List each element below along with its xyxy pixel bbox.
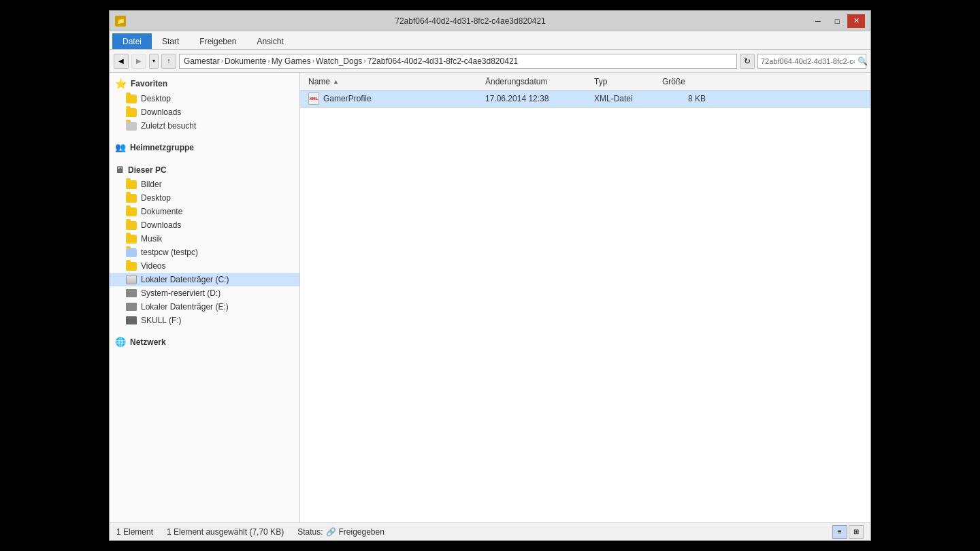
sidebar-item-system-d[interactable]: System-reserviert (D:): [110, 286, 299, 300]
col-header-size[interactable]: Größe: [657, 76, 711, 88]
ribbon-tab-freigeben[interactable]: Freigeben: [189, 33, 246, 49]
sidebar-item-label: Lokaler Datenträger (C:): [141, 275, 229, 284]
sidebar-item-label: Downloads: [141, 107, 181, 117]
drive-icon-f: [126, 316, 137, 324]
nav-up-button[interactable]: ↑: [161, 54, 176, 69]
nav-forward-button[interactable]: ▶: [131, 54, 146, 69]
refresh-button[interactable]: ↻: [740, 54, 755, 69]
addressbar: ◀ ▶ ▾ ↑ Gamestar › Dokumente › My Games …: [110, 50, 870, 73]
sidebar-item-musik[interactable]: Musik: [110, 232, 299, 246]
file-row[interactable]: XML GamerProfile 17.06.2014 12:38 XML-Da…: [300, 90, 870, 107]
maximize-button[interactable]: □: [828, 14, 846, 28]
breadcrumb-arrow-3: ›: [363, 57, 365, 65]
sidebar-item-downloads-fav[interactable]: Downloads: [110, 105, 299, 119]
nav-back-button[interactable]: ◀: [114, 54, 129, 69]
pc-icon: 🖥: [115, 165, 124, 175]
sidebar-item-bilder[interactable]: Bilder: [110, 178, 299, 191]
breadcrumb-item-1[interactable]: Dokumente: [225, 56, 266, 66]
sidebar-item-skull-f[interactable]: SKULL (F:): [110, 314, 299, 327]
ribbon-tab-datei[interactable]: Datei: [112, 33, 152, 49]
col-header-name[interactable]: Name ▲: [303, 76, 480, 88]
explorer-window: 📁 72abf064-40d2-4d31-8fc2-c4ae3d820421 ─…: [109, 10, 871, 541]
sidebar-item-downloads-pc[interactable]: Downloads: [110, 218, 299, 232]
sidebar-section-favoriten-label: Favoriten: [131, 79, 167, 88]
folder-icon: [126, 108, 137, 117]
folder-icon: [126, 122, 137, 131]
folder-icon-net: [126, 248, 137, 257]
file-date: 17.06.2014 12:38: [480, 94, 589, 103]
view-tiles-button[interactable]: ⊞: [849, 525, 864, 539]
sidebar-section-dieser-pc[interactable]: 🖥 Dieser PC: [110, 162, 299, 178]
titlebar-app-icons: 📁: [115, 16, 126, 27]
breadcrumb-item-0[interactable]: Gamestar: [184, 56, 220, 66]
nav-history-dropdown[interactable]: ▾: [149, 54, 159, 69]
search-icon: 🔍: [858, 56, 868, 66]
col-header-type[interactable]: Typ: [589, 76, 657, 88]
sidebar-item-dokumente[interactable]: Dokumente: [110, 205, 299, 218]
view-buttons: ≡ ⊞: [832, 525, 864, 539]
share-label: Freigegeben: [339, 527, 385, 537]
close-button[interactable]: ✕: [847, 14, 865, 28]
sidebar-section-heimnetz[interactable]: 👥 Heimnetzgruppe: [110, 139, 299, 155]
file-type: XML-Datei: [589, 94, 657, 103]
folder-icon: [126, 194, 137, 203]
sidebar-item-label: Dokumente: [141, 207, 182, 216]
network-icon: 🌐: [115, 337, 126, 347]
ribbon: DateiStartFreigebenAnsicht: [110, 31, 870, 50]
breadcrumb-arrow-0: ›: [221, 57, 223, 65]
sidebar: ⭐ Favoriten Desktop Downloads Zuletzt be…: [110, 73, 300, 522]
sidebar-item-zuletzt[interactable]: Zuletzt besucht: [110, 119, 299, 133]
status-selected: 1 Element ausgewählt (7,70 KB): [167, 527, 284, 537]
search-bar[interactable]: 🔍: [757, 54, 866, 69]
sidebar-section-netzwerk-label: Netzwerk: [130, 337, 166, 347]
folder-icon: [126, 95, 137, 103]
folder-icon: [126, 221, 137, 230]
file-size: 8 KB: [657, 94, 711, 103]
star-icon: ⭐: [115, 78, 127, 89]
sidebar-item-desktop-pc[interactable]: Desktop: [110, 191, 299, 205]
main-content: ⭐ Favoriten Desktop Downloads Zuletzt be…: [110, 73, 870, 522]
status-count: 1 Element: [116, 527, 153, 537]
drive-icon-c: [126, 275, 137, 284]
folder-icon-sm: 📁: [115, 16, 126, 27]
sidebar-item-label: Downloads: [141, 220, 181, 230]
file-name: GamerProfile: [319, 94, 377, 103]
statusbar: 1 Element 1 Element ausgewählt (7,70 KB)…: [110, 522, 870, 540]
share-icon: 🔗: [326, 527, 336, 537]
minimize-button[interactable]: ─: [809, 14, 827, 28]
ribbon-tab-start[interactable]: Start: [152, 33, 189, 49]
breadcrumb-item-3[interactable]: Watch_Dogs: [316, 56, 362, 66]
breadcrumb-arrow-2: ›: [312, 57, 314, 65]
window-controls: ─ □ ✕: [809, 14, 865, 28]
sidebar-item-videos[interactable]: Videos: [110, 259, 299, 273]
sidebar-section-heimnetz-label: Heimnetzgruppe: [130, 143, 194, 152]
breadcrumb-bar[interactable]: Gamestar › Dokumente › My Games › Watch_…: [179, 54, 737, 69]
drive-icon-e: [126, 303, 137, 311]
folder-icon: [126, 235, 137, 244]
folder-icon: [126, 207, 137, 216]
search-input[interactable]: [761, 57, 855, 65]
sidebar-item-desktop-fav[interactable]: Desktop: [110, 92, 299, 105]
sidebar-section-favoriten[interactable]: ⭐ Favoriten: [110, 76, 299, 92]
sort-arrow-icon: ▲: [333, 78, 339, 85]
sidebar-item-local-e[interactable]: Lokaler Datenträger (E:): [110, 300, 299, 314]
drive-icon-d: [126, 289, 137, 297]
folder-icon: [126, 180, 137, 189]
sidebar-item-label: Bilder: [141, 180, 162, 189]
status-label: Status:: [297, 527, 323, 537]
file-list: XML GamerProfile 17.06.2014 12:38 XML-Da…: [300, 90, 870, 522]
folder-icon: [126, 262, 137, 271]
xml-file-icon: XML: [308, 93, 319, 105]
titlebar: 📁 72abf064-40d2-4d31-8fc2-c4ae3d820421 ─…: [110, 11, 870, 31]
col-header-date[interactable]: Änderungsdatum: [480, 76, 589, 88]
file-area: Name ▲ Änderungsdatum Typ Größe XML: [300, 73, 870, 522]
breadcrumb-item-2[interactable]: My Games: [272, 56, 311, 66]
view-details-button[interactable]: ≡: [832, 525, 847, 539]
sidebar-section-netzwerk[interactable]: 🌐 Netzwerk: [110, 334, 299, 350]
breadcrumb-item-4[interactable]: 72abf064-40d2-4d31-8fc2-c4ae3d820421: [368, 56, 519, 66]
ribbon-tab-ansicht[interactable]: Ansicht: [246, 33, 293, 49]
sidebar-item-label: Zuletzt besucht: [141, 121, 196, 131]
group-icon: 👥: [115, 142, 126, 152]
sidebar-item-local-c[interactable]: Lokaler Datenträger (C:): [110, 273, 299, 286]
sidebar-item-testpcw[interactable]: testpcw (testpc): [110, 246, 299, 259]
